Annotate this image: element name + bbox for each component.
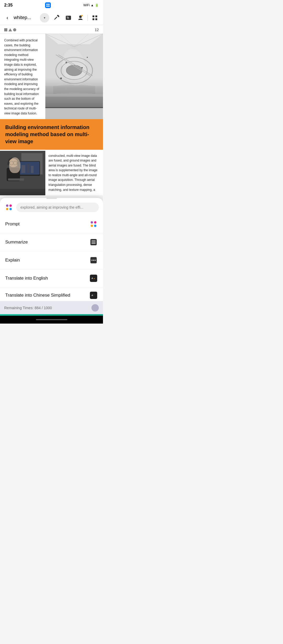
translate-chinese-icon: A • — [90, 292, 97, 299]
svg-marker-6 — [54, 19, 55, 20]
ai-dots-icon — [4, 203, 14, 212]
svg-point-29 — [60, 77, 62, 79]
chat-bubbles-icon — [90, 257, 97, 263]
chat-dot-1 — [91, 260, 92, 261]
svg-point-23 — [61, 61, 87, 80]
person-working-img — [0, 151, 45, 196]
svg-rect-0 — [46, 4, 48, 5]
status-right-icons: WiFi ▲ 🔋 — [83, 3, 99, 7]
remaining-times-label: Remaining Times: 884 / 1000 — [4, 306, 52, 310]
menu-item-label-translate-english: Translate into English — [5, 276, 48, 281]
svg-point-44 — [13, 161, 17, 165]
back-button[interactable]: ‹ — [3, 14, 12, 22]
bottom-sheet: Prompt Summarize Explain — [0, 198, 103, 316]
svg-rect-37 — [21, 165, 25, 173]
doc-text-left: Combined with practical cases, the build… — [0, 34, 45, 119]
chat-dot-2 — [93, 260, 94, 261]
explain-icon-container — [89, 256, 98, 264]
page-number: 12 — [95, 28, 99, 32]
home-bar — [36, 319, 67, 320]
doc-paragraph-2: constructed, multi-view image data are f… — [48, 153, 99, 192]
ai-input-field[interactable] — [16, 203, 99, 212]
menu-item-label-explain: Explain — [5, 258, 20, 263]
svg-text:A: A — [91, 294, 93, 297]
summarize-icon-container — [89, 238, 98, 246]
translate-text-button[interactable]: Tt — [63, 13, 73, 23]
svg-point-27 — [66, 62, 67, 63]
doc-section-1: Combined with practical cases, the build… — [0, 34, 103, 119]
battery-icon: 🔋 — [95, 3, 99, 7]
chevron-down-icon: ▾ — [44, 16, 45, 20]
orange-title-box: Building environment information modelin… — [0, 119, 103, 150]
menu-item-translate-chinese[interactable]: Translate into Chinese Simplified A • — [0, 287, 103, 301]
dot-purple — [6, 204, 8, 207]
dot-blue — [9, 208, 12, 210]
shape-square — [4, 28, 7, 31]
building-interior-img — [45, 34, 103, 108]
menu-item-summarize[interactable]: Summarize — [0, 233, 103, 251]
svg-rect-16 — [45, 34, 103, 107]
svg-rect-38 — [27, 164, 30, 173]
nav-actions: Tt ✦ — [51, 13, 100, 23]
svg-point-24 — [66, 65, 82, 76]
status-icons — [45, 2, 51, 8]
svg-point-30 — [87, 57, 88, 58]
menu-item-explain[interactable]: Explain — [0, 251, 103, 269]
dot-pink-sm — [94, 221, 96, 224]
svg-text:✦: ✦ — [94, 278, 95, 280]
status-bar: 2:35 WiFi ▲ 🔋 — [0, 0, 103, 10]
dot-yellow-sm — [91, 225, 93, 227]
back-arrow-icon: ‹ — [7, 15, 8, 21]
person-image — [0, 151, 45, 196]
ai-profile-button[interactable]: ✦ — [75, 13, 85, 23]
svg-rect-5 — [57, 15, 59, 17]
svg-rect-42 — [17, 162, 19, 165]
page-header: 12 — [0, 25, 103, 34]
svg-rect-31 — [45, 86, 103, 94]
grid-button[interactable] — [90, 13, 100, 23]
home-indicator — [0, 316, 103, 324]
sheet-handle — [46, 198, 57, 199]
nav-bar: ‹ whitep... ▾ Tt ✦ — [0, 10, 103, 25]
colorful-dots — [6, 204, 12, 210]
menu-item-label-prompt: Prompt — [5, 221, 20, 227]
svg-rect-13 — [95, 15, 97, 17]
menu-item-label-translate-chinese: Translate into Chinese Simplified — [5, 293, 70, 298]
svg-rect-3 — [48, 5, 50, 7]
chat-dot-3 — [95, 260, 96, 261]
wifi-icon: WiFi — [83, 3, 90, 7]
nav-title: whitep... — [14, 15, 38, 20]
list-icon — [90, 239, 97, 245]
document-content: 12 Combined with practical cases, the bu… — [0, 25, 103, 195]
doc-paragraph-1: Combined with practical cases, the build… — [4, 38, 42, 116]
pencil-button[interactable] — [51, 13, 61, 23]
svg-rect-39 — [31, 166, 34, 173]
translate-chinese-icon-container: A • — [89, 291, 98, 299]
status-time: 2:35 — [4, 3, 13, 8]
svg-point-28 — [81, 67, 83, 69]
svg-rect-2 — [46, 5, 48, 7]
svg-rect-47 — [8, 178, 24, 180]
building-image — [45, 34, 103, 119]
list-line-2 — [91, 242, 96, 242]
ai-input-row — [0, 201, 103, 215]
nav-dropdown-button[interactable]: ▾ — [40, 13, 49, 23]
doc-text-right: constructed, multi-view image data are f… — [45, 151, 103, 196]
menu-item-label-summarize: Summarize — [5, 240, 28, 245]
colorful-dots-icon — [91, 221, 96, 227]
dot-yellow — [6, 208, 8, 210]
doc-section-2: constructed, multi-view image data are f… — [0, 151, 103, 196]
menu-item-prompt[interactable]: Prompt — [0, 215, 103, 233]
dot-purple-sm — [91, 221, 93, 224]
teal-progress-bar — [0, 314, 103, 316]
shape-circle — [13, 28, 16, 31]
list-line-3 — [91, 243, 96, 244]
menu-item-translate-english[interactable]: Translate into English A ✦ — [0, 269, 103, 287]
translate-english-icon-container: A ✦ — [89, 274, 98, 282]
remaining-dot-indicator — [91, 304, 99, 312]
orange-title: Building environment information modelin… — [5, 124, 98, 145]
svg-rect-32 — [45, 97, 103, 107]
svg-rect-15 — [95, 18, 97, 20]
shape-triangle — [8, 28, 12, 31]
svg-text:Tt: Tt — [67, 16, 69, 19]
